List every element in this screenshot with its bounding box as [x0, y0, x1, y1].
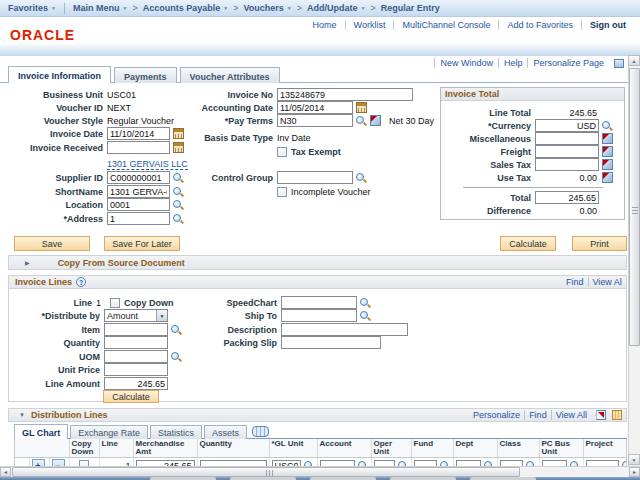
tax-exempt-checkbox[interactable] [277, 147, 287, 157]
lookup-icon[interactable] [172, 172, 184, 184]
copy-url-icon[interactable] [614, 59, 624, 68]
copy-down-checkbox[interactable] [110, 298, 120, 308]
new-window-link[interactable]: New Window [434, 58, 498, 68]
tab-gl-chart[interactable]: GL Chart [14, 424, 68, 439]
lookup-icon[interactable] [172, 213, 184, 225]
vertical-scroll-thumb[interactable] [629, 68, 640, 346]
voucher-style-value: Regular Voucher [107, 116, 174, 126]
breadcrumb-accounts-payable[interactable]: Accounts Payable [143, 3, 221, 13]
packing-slip-input[interactable] [281, 336, 381, 349]
distribution-view-all-link[interactable]: View All [551, 410, 591, 420]
supplier-name-link[interactable]: 1301 GERVAIS LLC [107, 159, 188, 170]
pay-terms-detail-icon[interactable] [370, 115, 381, 126]
tab-voucher-attributes[interactable]: Voucher Attributes [180, 67, 280, 83]
multichannel-console-link[interactable]: MultiChannel Console [393, 20, 498, 30]
uom-input[interactable] [104, 350, 168, 363]
distribute-by-select[interactable]: Amount ▼ [104, 309, 168, 322]
breadcrumb-add-update[interactable]: Add/Update [307, 3, 358, 13]
control-group-input[interactable] [277, 171, 353, 184]
freight-detail-icon[interactable] [602, 146, 613, 157]
show-all-columns-icon[interactable] [252, 426, 269, 437]
lookup-icon[interactable] [172, 186, 184, 198]
save-for-later-button[interactable]: Save For Later [104, 236, 180, 251]
lookup-icon[interactable] [170, 324, 182, 336]
personalize-page-link[interactable]: Personalize Page [527, 58, 609, 68]
pay-terms-input[interactable] [277, 114, 353, 127]
use-tax-detail-icon[interactable] [602, 172, 613, 183]
lookup-icon[interactable] [172, 199, 184, 211]
calculate-button[interactable]: Calculate [500, 236, 556, 251]
sales-tax-detail-icon[interactable] [602, 159, 613, 170]
miscellaneous-detail-icon[interactable] [602, 133, 613, 144]
lookup-icon[interactable] [601, 120, 613, 132]
description-input[interactable] [281, 323, 408, 336]
item-input[interactable] [104, 323, 168, 336]
favorites-menu[interactable]: Favorites [8, 3, 48, 13]
vertical-scrollbar[interactable]: ▲ ▼ [628, 55, 640, 466]
home-link[interactable]: Home [305, 20, 345, 30]
worklist-link[interactable]: Worklist [345, 20, 394, 30]
lookup-icon[interactable] [170, 351, 182, 363]
calendar-icon[interactable] [173, 142, 184, 153]
sign-out-link[interactable]: Sign out [581, 20, 630, 30]
distribution-find-link[interactable]: Find [524, 410, 551, 420]
speedchart-input[interactable] [281, 296, 357, 309]
help-link[interactable]: Help [498, 58, 528, 68]
download-icon[interactable] [596, 410, 606, 420]
freight-input[interactable] [535, 145, 599, 158]
lookup-icon[interactable] [359, 310, 371, 322]
ship-to-row: Ship To [195, 309, 371, 322]
location-input[interactable] [107, 198, 170, 211]
tab-assets[interactable]: Assets [204, 425, 247, 439]
invoice-date-input[interactable] [107, 127, 170, 140]
currency-input[interactable] [535, 119, 599, 132]
invoice-lines-view-all-link[interactable]: View All [588, 277, 622, 287]
lookup-icon[interactable] [355, 172, 367, 184]
miscellaneous-input[interactable] [535, 132, 599, 145]
horizontal-scroll-thumb[interactable] [12, 467, 520, 477]
invoice-lines-bar: Invoice Lines ? Find View All [8, 275, 627, 289]
unit-price-input[interactable] [104, 363, 168, 376]
grid-icon[interactable] [612, 410, 622, 420]
tab-invoice-information[interactable]: Invoice Information [8, 66, 111, 83]
address-input[interactable] [107, 212, 170, 225]
horizontal-scrollbar[interactable]: ◄ ► [0, 466, 640, 477]
distribute-by-row: *Distribute by Amount ▼ [8, 309, 168, 322]
invoice-lines-find-link[interactable]: Find [562, 277, 588, 287]
add-row-button[interactable]: + [32, 459, 45, 466]
print-button[interactable]: Print [572, 236, 627, 251]
quantity-input[interactable] [104, 336, 168, 349]
scroll-left-button[interactable]: ◄ [0, 467, 11, 477]
tab-exchange-rate[interactable]: Exchange Rate [70, 425, 148, 439]
expand-arrow-icon[interactable]: ▶ [25, 259, 30, 266]
accounting-date-input[interactable] [277, 101, 353, 114]
sales-tax-input[interactable] [535, 158, 599, 171]
main-menu[interactable]: Main Menu [73, 3, 120, 13]
lookup-icon[interactable] [355, 115, 367, 127]
line-calculate-button[interactable]: Calculate [103, 390, 159, 403]
personalize-link[interactable]: Personalize [469, 410, 524, 420]
line-amount-input[interactable] [104, 377, 168, 390]
calendar-icon[interactable] [173, 128, 184, 139]
scroll-down-button[interactable]: ▼ [628, 454, 640, 465]
shortname-input[interactable] [107, 185, 170, 198]
scroll-up-button[interactable]: ▲ [628, 55, 640, 66]
lookup-icon[interactable] [359, 297, 371, 309]
calendar-icon[interactable] [356, 102, 367, 113]
incomplete-voucher-checkbox[interactable] [277, 187, 287, 197]
ship-to-input[interactable] [281, 309, 357, 322]
copy-from-source-bar[interactable]: ▶ Copy From Source Document [8, 255, 627, 270]
scroll-right-button[interactable]: ► [629, 467, 640, 477]
breadcrumb-vouchers[interactable]: Vouchers [243, 3, 283, 13]
help-icon[interactable]: ? [76, 277, 86, 287]
tab-statistics[interactable]: Statistics [150, 425, 202, 439]
total-input[interactable] [535, 191, 599, 204]
delete-row-button[interactable]: − [52, 459, 65, 466]
supplier-id-input[interactable] [107, 171, 170, 184]
add-to-favorites-link[interactable]: Add to Favorites [498, 20, 581, 30]
save-button[interactable]: Save [14, 236, 90, 251]
collapse-arrow-icon[interactable]: ▼ [19, 412, 25, 418]
tab-payments[interactable]: Payments [114, 67, 177, 83]
invoice-received-input[interactable] [107, 141, 170, 154]
invoice-no-input[interactable] [277, 88, 413, 101]
